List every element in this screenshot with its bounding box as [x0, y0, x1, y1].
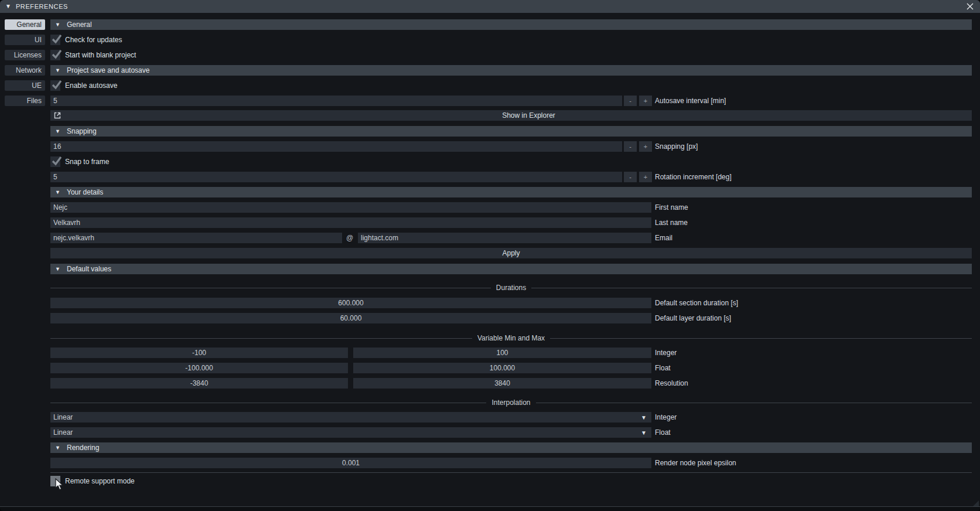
rotation-increment-input[interactable]: [50, 172, 622, 182]
dropdown-value: Linear: [53, 413, 73, 421]
section-header-rendering[interactable]: ▼ Rendering: [50, 442, 972, 453]
dropdown-caret-icon: ▼: [641, 430, 647, 436]
float-minmax-label: Float: [655, 363, 671, 373]
sidebar-item-ue[interactable]: UE: [5, 80, 45, 91]
window-collapse-triangle-icon[interactable]: ▼: [5, 0, 11, 13]
first-name-field[interactable]: [50, 202, 651, 213]
check-icon: [51, 79, 63, 91]
sidebar-item-general[interactable]: General: [5, 19, 45, 30]
interpolation-float-label: Float: [655, 427, 671, 438]
divider-line: [50, 403, 486, 403]
divider-line: [50, 338, 472, 339]
section-title: Project save and autosave: [67, 66, 149, 74]
check-icon: [51, 49, 63, 60]
collapse-triangle-icon: ▼: [55, 445, 66, 451]
email-label: Email: [655, 233, 672, 243]
snapping-increment-button[interactable]: +: [639, 141, 652, 152]
rotation-decrement-button[interactable]: -: [624, 172, 637, 182]
resolution-max-input[interactable]: [353, 378, 651, 389]
last-name-field[interactable]: [50, 217, 651, 228]
show-in-explorer-button[interactable]: Show in Explorer: [50, 110, 972, 121]
mouse-cursor: [55, 478, 64, 490]
variable-minmax-divider: Variable Min and Max: [50, 333, 972, 343]
integer-max-input[interactable]: [353, 348, 651, 358]
snapping-px-label: Snapping [px]: [655, 141, 698, 152]
collapse-triangle-icon: ▼: [55, 189, 66, 195]
autosave-interval-input[interactable]: [50, 96, 622, 106]
autosave-interval-label: Autosave interval [min]: [655, 96, 726, 106]
sidebar-item-network[interactable]: Network: [5, 65, 45, 76]
section-title: Snapping: [67, 127, 97, 135]
apply-button[interactable]: Apply: [50, 248, 972, 258]
enable-autosave-checkbox[interactable]: [50, 80, 60, 91]
rotation-increment-button[interactable]: +: [639, 172, 652, 182]
autosave-decrement-button[interactable]: -: [624, 96, 637, 106]
resize-grip[interactable]: [973, 500, 979, 506]
close-icon: [967, 3, 974, 10]
section-header-snapping[interactable]: ▼ Snapping: [50, 126, 972, 137]
window-bottom-strip: [0, 507, 980, 511]
close-button[interactable]: [965, 1, 975, 12]
section-header-general[interactable]: ▼ General: [50, 19, 972, 30]
render-node-pixel-epsilon-label: Render node pixel epsilon: [655, 458, 736, 468]
divider-line: [531, 288, 972, 288]
button-label: Show in Explorer: [467, 111, 555, 120]
divider-title: Durations: [491, 284, 531, 292]
checkbox-label: Enable autosave: [65, 81, 117, 90]
snap-to-frame-row: Snap to frame: [50, 156, 109, 167]
section-title: Default values: [67, 265, 111, 273]
checkbox-label: Check for updates: [65, 36, 122, 44]
section-title: Your details: [67, 188, 103, 196]
email-user-field[interactable]: [50, 233, 342, 243]
collapse-triangle-icon: ▼: [55, 22, 66, 28]
sidebar-item-files[interactable]: Files: [5, 96, 45, 106]
start-blank-project-row: Start with blank project: [50, 50, 136, 60]
checkbox-label: Snap to frame: [65, 158, 109, 166]
last-name-label: Last name: [655, 217, 688, 228]
section-header-default-values[interactable]: ▼ Default values: [50, 264, 972, 274]
float-min-input[interactable]: [50, 363, 348, 373]
resolution-min-input[interactable]: [50, 378, 348, 389]
collapse-triangle-icon: ▼: [55, 266, 66, 272]
render-node-pixel-epsilon-input[interactable]: [50, 458, 651, 468]
check-for-updates-checkbox[interactable]: [50, 35, 60, 45]
interpolation-divider: Interpolation: [50, 397, 972, 408]
autosave-increment-button[interactable]: +: [639, 96, 652, 106]
checkbox-label: Remote support mode: [65, 477, 135, 485]
default-section-duration-label: Default section duration [s]: [655, 298, 738, 308]
sidebar-item-licenses[interactable]: Licenses: [5, 50, 45, 60]
interpolation-integer-dropdown[interactable]: Linear ▼: [50, 412, 651, 423]
check-for-updates-row: Check for updates: [50, 35, 122, 45]
start-blank-project-checkbox[interactable]: [50, 50, 60, 60]
resolution-minmax-label: Resolution: [655, 378, 688, 389]
check-icon: [51, 155, 63, 167]
default-layer-duration-label: Default layer duration [s]: [655, 313, 731, 323]
snapping-px-input[interactable]: [50, 141, 622, 152]
sidebar-item-ui[interactable]: UI: [5, 35, 45, 45]
checkbox-label: Start with blank project: [65, 51, 136, 59]
divider-line: [536, 403, 972, 403]
titlebar: ▼ PREFERENCES: [0, 0, 980, 13]
default-section-duration-input[interactable]: [50, 298, 651, 308]
snap-to-frame-checkbox[interactable]: [50, 156, 60, 167]
first-name-label: First name: [655, 202, 688, 213]
dropdown-value: Linear: [53, 428, 73, 437]
default-layer-duration-input[interactable]: [50, 313, 651, 323]
integer-min-input[interactable]: [50, 348, 348, 358]
section-header-autosave[interactable]: ▼ Project save and autosave: [50, 65, 972, 76]
divider-title: Interpolation: [486, 398, 535, 407]
section-header-your-details[interactable]: ▼ Your details: [50, 187, 972, 197]
preferences-window: ▼ PREFERENCES General UI Licenses Networ…: [0, 0, 980, 511]
collapse-triangle-icon: ▼: [55, 67, 66, 73]
collapse-triangle-icon: ▼: [55, 128, 66, 134]
section-title: Rendering: [67, 444, 99, 452]
section-separator-line: [50, 472, 972, 473]
interpolation-float-dropdown[interactable]: Linear ▼: [50, 427, 651, 438]
enable-autosave-row: Enable autosave: [50, 80, 117, 91]
float-max-input[interactable]: [353, 363, 651, 373]
dropdown-caret-icon: ▼: [641, 414, 647, 421]
rotation-increment-label: Rotation increment [deg]: [655, 172, 732, 182]
email-domain-field[interactable]: [358, 233, 651, 243]
divider-line: [50, 288, 491, 288]
snapping-decrement-button[interactable]: -: [624, 141, 637, 152]
